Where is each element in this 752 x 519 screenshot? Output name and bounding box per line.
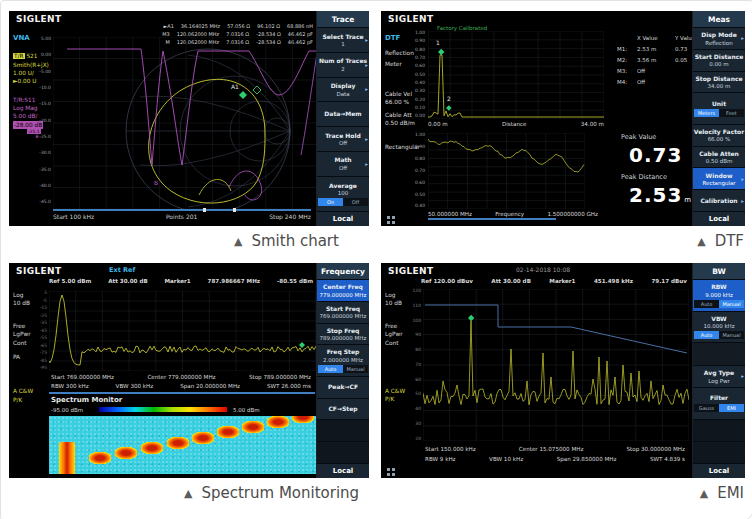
toggle-option-auto[interactable]: Auto [694, 331, 719, 339]
menu-item-display[interactable]: DisplayData▸ [317, 78, 369, 102]
menu-item-freq-step[interactable]: Freq Step2.000000 MHzAutoManual [317, 345, 369, 375]
menu-item-start-freq[interactable]: Start Freq769.000000 MHz [317, 302, 369, 323]
menu-item-data-mem[interactable]: Data→Mem [317, 102, 369, 126]
toggle-option-on[interactable]: On [318, 198, 343, 206]
row-field: 0.00 m [428, 121, 448, 127]
menu-item-velocity-factor[interactable]: Velocity Factor66.00 % [693, 125, 745, 146]
menu-item-toggle[interactable]: GaussEMI [694, 404, 744, 412]
chevron-right-icon: ▸ [365, 136, 368, 142]
menu-item-label: Display [331, 82, 356, 90]
toggle-option-auto[interactable]: Auto [694, 300, 719, 308]
tick-label: 0.50 [415, 73, 425, 78]
menu-item-select-trace[interactable]: Select Trace1▸ [317, 28, 369, 52]
svg-text:B: B [154, 179, 158, 186]
caption-triangle-icon: ▲ [184, 487, 192, 500]
trace1-tag: T/R [13, 53, 25, 59]
menu-item-start-distance[interactable]: Start Distance0.00 m [693, 50, 745, 71]
menu-item-calibration[interactable]: Calibration▸ [693, 190, 745, 211]
menu-item-stop-distance[interactable]: Stop Distance34.00 m [693, 72, 745, 93]
tick-label: -25 [40, 314, 47, 319]
menu-item-cf-step[interactable]: CF→Step [317, 399, 369, 420]
toggle-option-feet[interactable]: Feet [719, 109, 744, 117]
local-button[interactable]: Local [317, 464, 369, 478]
tick-label: 80 [415, 348, 421, 353]
menu-item-avg-type[interactable]: Avg TypeLog Pwr▸ [693, 366, 745, 387]
marker-field: 96.102 Ω [257, 23, 280, 31]
frequency-slider[interactable] [53, 209, 311, 211]
svg-text:1: 1 [436, 39, 440, 46]
local-button[interactable]: Local [693, 464, 745, 478]
menu-item-toggle[interactable]: MetersFeet [694, 109, 744, 117]
menu-item-blank [693, 343, 745, 364]
local-button[interactable]: Local [317, 212, 369, 226]
menu-item-filter[interactable]: FilterGaussEMI [693, 388, 745, 419]
toggle-option-emi[interactable]: EMI [719, 404, 744, 412]
menu-title: BW [693, 263, 745, 279]
menu-item-disp-mode[interactable]: Disp ModeReflection▸ [693, 28, 745, 49]
tick-label: 5 [44, 291, 47, 296]
tick-label: 0.90 [415, 39, 425, 44]
menu-item-label: Center Freq [323, 283, 363, 291]
menu-item-label: VBW [711, 315, 727, 323]
caption-smith-chart: ▲ Smith chart [234, 232, 339, 250]
menu-item-peak-cf[interactable]: Peak→CF [317, 377, 369, 398]
sweep-footer: Start 100 kHzPoints 201Stop 240 MHz [53, 213, 311, 220]
menu-item-value: 2.000000 MHz [323, 357, 363, 363]
siglent-logo: SIGLENT [16, 266, 62, 276]
menu-item-trace-hold[interactable]: Trace HoldOff▸ [317, 127, 369, 151]
marker-field: 57.056 Ω [227, 23, 250, 31]
row-field: Points 201 [166, 213, 197, 220]
toggle-option-manual[interactable]: Manual [719, 331, 744, 339]
toggle-option-gauss[interactable]: Gauss [694, 404, 719, 412]
menu-item-num-of-traces[interactable]: Num of Traces2▸ [317, 53, 369, 77]
menu-item-rbw[interactable]: RBW9.000 kHzAutoManual [693, 280, 745, 311]
menu-item-stop-freq[interactable]: Stop Freq789.000000 MHz [317, 324, 369, 345]
menu-item-unit[interactable]: UnitMetersFeet [693, 93, 745, 123]
caption-spectrum-monitoring: ▲ Spectrum Monitoring [184, 484, 359, 502]
menu-title: Meas [693, 11, 745, 27]
row-field: VBW 10 kHz [489, 456, 523, 462]
lower-y-ticks: 1.000.900.800.700.600.500.40 [411, 133, 425, 209]
screenshot-grid-icon[interactable] [387, 216, 390, 219]
table-row: M4:Off [617, 79, 701, 85]
tick-label: -10.0 [39, 86, 51, 91]
menu-item-toggle[interactable]: AutoManual [318, 365, 368, 373]
menu-item-cable-atten[interactable]: Cable Atten0.50 dBm [693, 147, 745, 168]
menu-item-average[interactable]: Average100OnOff [317, 177, 369, 211]
menu-item-value: Data [336, 91, 349, 97]
local-button[interactable]: Local [693, 212, 745, 226]
side-label-0-50-db-m: 0.50 dB/m [385, 119, 427, 127]
toggle-option-manual[interactable]: Manual [343, 365, 368, 373]
tick-label: 0.40 [415, 81, 425, 86]
menu-item-math[interactable]: MathOff▸ [317, 152, 369, 176]
toggle-option-meters[interactable]: Meters [694, 109, 719, 117]
tick-label: 0.60 [415, 64, 425, 69]
tick-label: 90 [415, 333, 421, 338]
menu-item-toggle[interactable]: OnOff [318, 198, 368, 206]
frequency-slider[interactable] [428, 218, 556, 220]
row-field: Marker1 [549, 278, 575, 284]
row-field: Stop 789.000000 MHz [249, 374, 311, 380]
spectrum-monitor-title: Spectrum Monitor [51, 396, 122, 404]
table-cell: M2: [617, 57, 637, 63]
row-field: RBW 9 kHz [425, 456, 456, 462]
menu-items: Disp ModeReflection▸Start Distance0.00 m… [693, 28, 745, 211]
row-field: Center 779.000000 MHz [147, 374, 215, 380]
tick-label: 0.80 [415, 157, 425, 162]
toggle-option-manual[interactable]: Manual [719, 300, 744, 308]
panel-smith-chart: SIGLENT ►A136.164025 MHz57.056 Ω96.102 Ω… [9, 11, 369, 226]
menu-item-label: Trace Hold [325, 132, 361, 140]
toggle-option-off[interactable]: Off [343, 198, 368, 206]
menu-item-center-freq[interactable]: Center Freq779.000000 MHz [317, 280, 369, 301]
menu-item-toggle[interactable]: AutoManual [694, 300, 744, 308]
menu-item-window[interactable]: WindowRectangular▸ [693, 168, 745, 189]
toggle-option-auto[interactable]: Auto [318, 365, 343, 373]
dtf-frequency-plot [428, 133, 585, 209]
menu-item-vbw[interactable]: VBW10.000 kHzAutoManual [693, 312, 745, 343]
row-field: Start 100 kHz [53, 213, 94, 220]
marker-field: 68.886 nH [287, 23, 313, 31]
row-field: Start 769.000000 MHz [51, 374, 114, 380]
tick-label: -45 [40, 329, 47, 334]
screenshot-grid-icon[interactable] [387, 468, 390, 471]
menu-item-toggle[interactable]: AutoManual [694, 331, 744, 339]
